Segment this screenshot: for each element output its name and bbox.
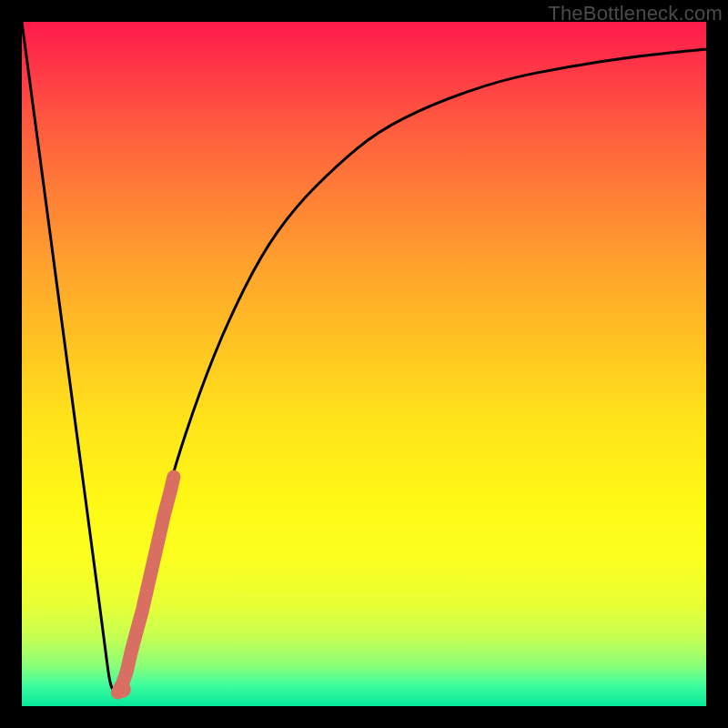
chart-frame: TheBottleneck.com [0, 0, 728, 728]
highlight-dots [113, 477, 174, 698]
highlight-knob [113, 680, 131, 698]
plot-area [22, 22, 706, 706]
watermark-text: TheBottleneck.com [548, 2, 723, 25]
bottleneck-curve [22, 22, 706, 690]
curve-svg [22, 22, 706, 706]
highlight-stroke [117, 477, 174, 693]
